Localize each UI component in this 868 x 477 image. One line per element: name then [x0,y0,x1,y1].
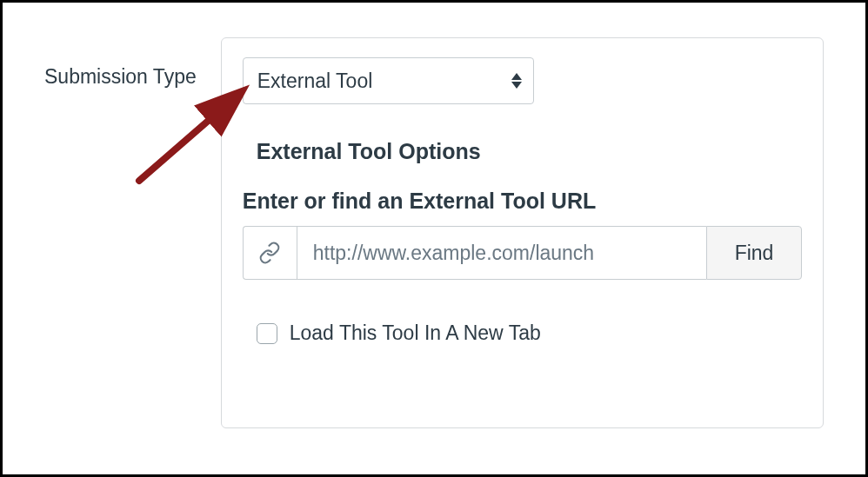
link-icon [258,242,281,264]
external-tool-url-label: Enter or find an External Tool URL [243,189,802,214]
find-button[interactable]: Find [706,226,802,280]
new-tab-checkbox-row: Load This Tool In A New Tab [257,321,802,345]
options-panel: External Tool External Tool Options Ente… [221,37,824,428]
submission-type-select[interactable]: External Tool [243,57,534,104]
url-input-row: Find [243,226,802,280]
external-tool-url-input[interactable] [297,226,706,280]
submission-type-row: Submission Type External Tool External T… [44,37,824,428]
external-tool-options-title: External Tool Options [257,139,802,164]
submission-type-select-wrap: External Tool [243,57,534,104]
find-button-label: Find [735,242,774,265]
submission-type-select-value: External Tool [257,70,373,93]
new-tab-checkbox-label: Load This Tool In A New Tab [290,321,541,345]
link-icon-box [243,226,297,280]
submission-type-label: Submission Type [44,37,197,89]
new-tab-checkbox[interactable] [257,323,277,344]
